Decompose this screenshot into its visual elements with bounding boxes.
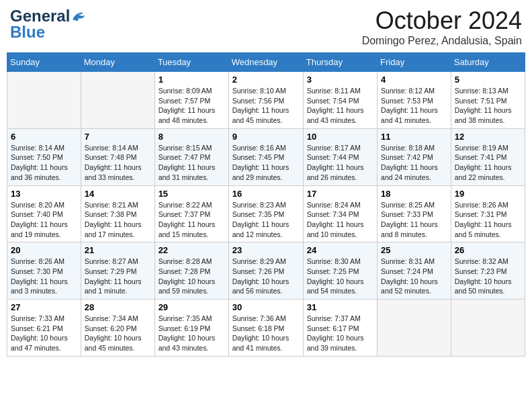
table-row: 13Sunrise: 8:20 AM Sunset: 7:40 PM Dayli…: [7, 185, 81, 242]
day-number: 31: [307, 302, 373, 312]
calendar-week-row: 6Sunrise: 8:14 AM Sunset: 7:50 PM Daylig…: [7, 128, 525, 185]
day-info: Sunrise: 8:26 AM Sunset: 7:31 PM Dayligh…: [455, 200, 521, 240]
table-row: 10Sunrise: 8:17 AM Sunset: 7:44 PM Dayli…: [303, 128, 377, 185]
day-number: 2: [232, 75, 300, 85]
day-info: Sunrise: 8:16 AM Sunset: 7:45 PM Dayligh…: [232, 143, 300, 183]
table-row: 29Sunrise: 7:35 AM Sunset: 6:19 PM Dayli…: [154, 300, 228, 357]
day-number: 10: [307, 132, 373, 142]
month-title: October 2024: [362, 7, 522, 35]
table-row: 20Sunrise: 8:26 AM Sunset: 7:30 PM Dayli…: [7, 242, 81, 300]
col-tuesday: Tuesday: [154, 53, 228, 72]
table-row: [81, 72, 154, 129]
day-number: 23: [232, 245, 300, 255]
day-info: Sunrise: 8:18 AM Sunset: 7:42 PM Dayligh…: [381, 143, 447, 183]
day-number: 6: [11, 132, 77, 142]
calendar-week-row: 13Sunrise: 8:20 AM Sunset: 7:40 PM Dayli…: [7, 185, 525, 242]
day-info: Sunrise: 8:14 AM Sunset: 7:48 PM Dayligh…: [85, 143, 151, 183]
day-info: Sunrise: 7:33 AM Sunset: 6:21 PM Dayligh…: [11, 314, 77, 353]
table-row: 21Sunrise: 8:27 AM Sunset: 7:29 PM Dayli…: [81, 242, 154, 300]
table-row: 6Sunrise: 8:14 AM Sunset: 7:50 PM Daylig…: [7, 128, 81, 185]
day-info: Sunrise: 8:25 AM Sunset: 7:33 PM Dayligh…: [381, 200, 447, 240]
table-row: 19Sunrise: 8:26 AM Sunset: 7:31 PM Dayli…: [451, 185, 525, 242]
table-row: 18Sunrise: 8:25 AM Sunset: 7:33 PM Dayli…: [378, 185, 451, 242]
day-info: Sunrise: 8:31 AM Sunset: 7:24 PM Dayligh…: [381, 257, 447, 296]
day-number: 24: [307, 245, 373, 255]
col-saturday: Saturday: [451, 53, 525, 72]
logo-bird-icon: [71, 10, 86, 22]
col-friday: Friday: [378, 53, 451, 72]
day-number: 16: [232, 189, 300, 199]
table-row: 11Sunrise: 8:18 AM Sunset: 7:42 PM Dayli…: [378, 128, 451, 185]
col-sunday: Sunday: [7, 53, 81, 72]
day-number: 21: [85, 245, 151, 255]
day-info: Sunrise: 8:24 AM Sunset: 7:34 PM Dayligh…: [307, 200, 373, 240]
day-number: 9: [232, 132, 300, 142]
location-subtitle: Domingo Perez, Andalusia, Spain: [362, 35, 522, 47]
day-info: Sunrise: 8:28 AM Sunset: 7:28 PM Dayligh…: [159, 257, 225, 296]
table-row: 8Sunrise: 8:15 AM Sunset: 7:47 PM Daylig…: [154, 128, 228, 185]
table-row: 22Sunrise: 8:28 AM Sunset: 7:28 PM Dayli…: [154, 242, 228, 300]
day-number: 22: [159, 245, 225, 255]
day-number: 3: [307, 75, 373, 85]
day-number: 25: [381, 245, 447, 255]
day-number: 26: [455, 245, 521, 255]
day-info: Sunrise: 8:17 AM Sunset: 7:44 PM Dayligh…: [307, 143, 373, 183]
table-row: [378, 300, 451, 357]
day-number: 1: [159, 75, 225, 85]
day-info: Sunrise: 8:32 AM Sunset: 7:23 PM Dayligh…: [455, 257, 521, 296]
day-info: Sunrise: 7:37 AM Sunset: 6:17 PM Dayligh…: [307, 314, 373, 353]
day-info: Sunrise: 8:14 AM Sunset: 7:50 PM Dayligh…: [11, 143, 77, 183]
calendar-header-row: Sunday Monday Tuesday Wednesday Thursday…: [7, 53, 525, 72]
day-info: Sunrise: 8:15 AM Sunset: 7:47 PM Dayligh…: [159, 143, 225, 183]
day-number: 27: [11, 302, 77, 312]
col-thursday: Thursday: [303, 53, 377, 72]
table-row: 12Sunrise: 8:19 AM Sunset: 7:41 PM Dayli…: [451, 128, 525, 185]
table-row: 27Sunrise: 7:33 AM Sunset: 6:21 PM Dayli…: [7, 300, 81, 357]
day-number: 5: [455, 75, 521, 85]
day-info: Sunrise: 8:13 AM Sunset: 7:51 PM Dayligh…: [455, 86, 521, 126]
day-info: Sunrise: 8:21 AM Sunset: 7:38 PM Dayligh…: [85, 200, 151, 240]
day-info: Sunrise: 7:36 AM Sunset: 6:18 PM Dayligh…: [232, 314, 300, 353]
table-row: 24Sunrise: 8:30 AM Sunset: 7:25 PM Dayli…: [303, 242, 377, 300]
day-info: Sunrise: 8:30 AM Sunset: 7:25 PM Dayligh…: [307, 257, 373, 296]
day-info: Sunrise: 8:29 AM Sunset: 7:26 PM Dayligh…: [232, 257, 300, 296]
calendar-table: Sunday Monday Tuesday Wednesday Thursday…: [7, 52, 525, 357]
table-row: [7, 72, 81, 129]
logo: General Blue: [10, 7, 86, 42]
table-row: 25Sunrise: 8:31 AM Sunset: 7:24 PM Dayli…: [378, 242, 451, 300]
col-wednesday: Wednesday: [228, 53, 303, 72]
day-number: 18: [381, 189, 447, 199]
day-number: 15: [159, 189, 225, 199]
day-number: 8: [159, 132, 225, 142]
day-number: 20: [11, 245, 77, 255]
table-row: [451, 300, 525, 357]
table-row: 26Sunrise: 8:32 AM Sunset: 7:23 PM Dayli…: [451, 242, 525, 300]
calendar-week-row: 1Sunrise: 8:09 AM Sunset: 7:57 PM Daylig…: [7, 72, 525, 129]
day-info: Sunrise: 8:20 AM Sunset: 7:40 PM Dayligh…: [11, 200, 77, 240]
day-number: 12: [455, 132, 521, 142]
day-number: 19: [455, 189, 521, 199]
day-info: Sunrise: 8:22 AM Sunset: 7:37 PM Dayligh…: [159, 200, 225, 240]
table-row: 2Sunrise: 8:10 AM Sunset: 7:56 PM Daylig…: [228, 72, 303, 129]
table-row: 1Sunrise: 8:09 AM Sunset: 7:57 PM Daylig…: [154, 72, 228, 129]
day-info: Sunrise: 8:23 AM Sunset: 7:35 PM Dayligh…: [232, 200, 300, 240]
day-number: 29: [159, 302, 225, 312]
table-row: 16Sunrise: 8:23 AM Sunset: 7:35 PM Dayli…: [228, 185, 303, 242]
table-row: 28Sunrise: 7:34 AM Sunset: 6:20 PM Dayli…: [81, 300, 154, 357]
day-number: 7: [85, 132, 151, 142]
table-row: 15Sunrise: 8:22 AM Sunset: 7:37 PM Dayli…: [154, 185, 228, 242]
day-info: Sunrise: 8:11 AM Sunset: 7:54 PM Dayligh…: [307, 86, 373, 126]
day-info: Sunrise: 8:10 AM Sunset: 7:56 PM Dayligh…: [232, 86, 300, 126]
table-row: 14Sunrise: 8:21 AM Sunset: 7:38 PM Dayli…: [81, 185, 154, 242]
table-row: 17Sunrise: 8:24 AM Sunset: 7:34 PM Dayli…: [303, 185, 377, 242]
day-number: 28: [85, 302, 151, 312]
table-row: 9Sunrise: 8:16 AM Sunset: 7:45 PM Daylig…: [228, 128, 303, 185]
day-info: Sunrise: 8:26 AM Sunset: 7:30 PM Dayligh…: [11, 257, 77, 296]
title-block: October 2024 Domingo Perez, Andalusia, S…: [362, 7, 522, 47]
day-number: 30: [232, 302, 300, 312]
table-row: 23Sunrise: 8:29 AM Sunset: 7:26 PM Dayli…: [228, 242, 303, 300]
day-number: 14: [85, 189, 151, 199]
day-info: Sunrise: 7:35 AM Sunset: 6:19 PM Dayligh…: [159, 314, 225, 353]
table-row: 7Sunrise: 8:14 AM Sunset: 7:48 PM Daylig…: [81, 128, 154, 185]
day-info: Sunrise: 8:27 AM Sunset: 7:29 PM Dayligh…: [85, 257, 151, 296]
